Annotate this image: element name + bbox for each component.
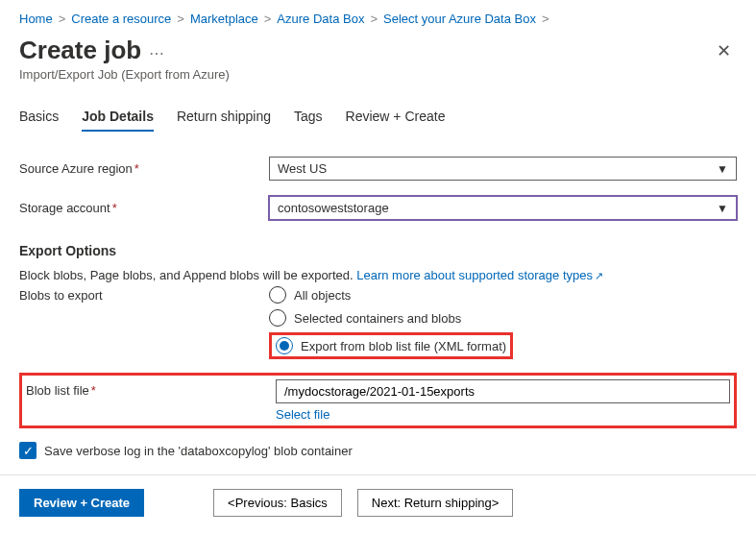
radio-icon [269,286,286,304]
tab-job-details[interactable]: Job Details [82,109,154,132]
close-icon[interactable]: ✕ [711,36,737,65]
tab-return-shipping[interactable]: Return shipping [177,109,271,132]
storage-value: contosoweststorage [278,201,389,215]
required-marker: * [112,201,117,215]
breadcrumb-link[interactable]: Select your Azure Data Box [383,12,536,26]
tab-tags[interactable]: Tags [294,109,323,132]
footer-bar: Review + Create <Previous: Basics Next: … [0,474,756,530]
radio-icon [276,337,293,354]
verbose-log-checkbox[interactable]: ✓ Save verbose log in the 'databoxcopylo… [19,442,737,459]
radio-all-objects[interactable]: All objects [269,286,737,304]
radio-export-from-file[interactable]: Export from blob list file (XML format) [276,337,506,354]
breadcrumb-link[interactable]: Create a resource [71,12,171,26]
export-options-heading: Export Options [19,243,737,258]
region-value: West US [278,161,327,176]
region-select[interactable]: West US ▼ [269,157,737,181]
radio-selected-containers[interactable]: Selected containers and blobs [269,309,737,327]
previous-button[interactable]: <Previous: Basics [213,489,342,517]
checkbox-label: Save verbose log in the 'databoxcopylog'… [44,444,353,458]
radio-label: Export from blob list file (XML format) [301,339,506,353]
breadcrumb-link[interactable]: Home [19,12,53,26]
chevron-right-icon: > [370,12,378,26]
bloblist-input[interactable] [276,379,730,403]
tab-review-create[interactable]: Review + Create [346,109,446,132]
review-create-button[interactable]: Review + Create [19,489,144,517]
radio-icon [269,309,286,327]
export-helper: Block blobs, Page blobs, and Append blob… [19,268,737,282]
next-button[interactable]: Next: Return shipping> [357,489,514,517]
region-label: Source Azure region* [19,161,269,176]
learn-more-link[interactable]: Learn more about supported storage types… [356,268,603,282]
radio-label: Selected containers and blobs [294,311,461,326]
breadcrumb: Home> Create a resource> Marketplace> Az… [19,12,737,26]
storage-label: Storage account* [19,201,269,215]
radio-label: All objects [294,288,351,303]
chevron-right-icon: > [542,12,549,26]
tab-basics[interactable]: Basics [19,109,59,132]
select-file-link[interactable]: Select file [276,407,730,422]
tab-bar: Basics Job Details Return shipping Tags … [19,109,737,132]
required-marker: * [134,161,139,176]
page-title: Create job [19,36,141,65]
storage-select[interactable]: contosoweststorage ▼ [269,196,737,220]
breadcrumb-link[interactable]: Marketplace [190,12,258,26]
bloblist-label: Blob list file* [26,379,276,398]
chevron-down-icon: ▼ [717,202,728,215]
checkbox-icon: ✓ [19,442,37,459]
breadcrumb-link[interactable]: Azure Data Box [277,12,364,26]
required-marker: * [91,383,96,398]
chevron-down-icon: ▼ [717,162,728,176]
external-link-icon: ↗ [595,270,603,281]
chevron-right-icon: > [264,12,272,26]
page-subtitle: Import/Export Job (Export from Azure) [19,67,737,82]
more-icon[interactable]: ⋯ [149,44,164,62]
blobs-label: Blobs to export [19,286,269,303]
chevron-right-icon: > [59,12,66,26]
chevron-right-icon: > [177,12,184,26]
